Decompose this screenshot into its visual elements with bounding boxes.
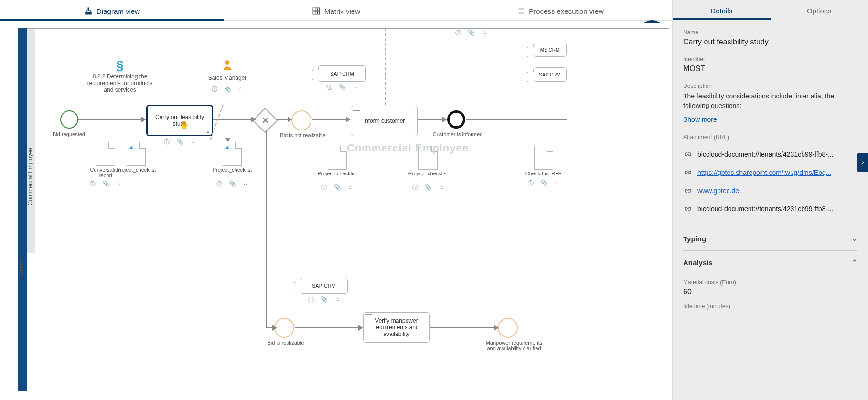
lane-bar: [27, 28, 35, 253]
regulation-artifact[interactable]: § 8.2.2 Determining the requirements for…: [86, 58, 153, 93]
attachment-icon[interactable]: 📎: [224, 86, 231, 94]
description-label: Description: [683, 83, 857, 89]
doc-label: Project_checklist: [211, 167, 254, 173]
tab-matrix-view[interactable]: Matrix view: [224, 0, 448, 20]
info-icon[interactable]: ⓘ: [164, 138, 170, 146]
person-icon: [204, 59, 251, 75]
pool-label: Sales: [18, 262, 25, 277]
task-label: Verify manpower requirements and availab…: [367, 317, 426, 337]
attachment-icon[interactable]: 📎: [321, 296, 328, 304]
doc-label: Project_checklist: [407, 171, 450, 176]
role-label: Sales Manager: [208, 75, 247, 81]
doc-conversation-report[interactable]: [96, 142, 115, 166]
org-icon[interactable]: ⛬: [482, 29, 487, 37]
svg-point-0: [225, 60, 230, 65]
panel-tab-details[interactable]: Details: [673, 0, 771, 20]
task-label: Inform customer: [364, 118, 405, 124]
info-icon[interactable]: ⓘ: [321, 184, 327, 192]
org-icon[interactable]: ⛬: [243, 180, 248, 188]
tab-label: Process execution view: [529, 7, 604, 15]
x-icon: ✕: [262, 115, 269, 126]
list-icon: [516, 7, 525, 15]
attachment-icon[interactable]: 📎: [339, 84, 346, 92]
info-icon[interactable]: ⓘ: [412, 184, 418, 192]
doc-label: Project_checklist: [115, 167, 158, 173]
link-icon: [683, 150, 692, 159]
doc-project-checklist-2[interactable]: [223, 142, 242, 166]
org-icon[interactable]: ⛬: [116, 180, 122, 188]
org-icon[interactable]: ⛬: [190, 138, 196, 146]
section-label: Analysis: [683, 259, 713, 267]
attachment-link[interactable]: https://gbtec.sharepoint.com/:w:/g/dms/E…: [697, 169, 831, 176]
show-more-link[interactable]: Show more: [683, 116, 857, 123]
doc-project-checklist-3[interactable]: [328, 146, 347, 170]
doc-label: Project_checklist: [316, 171, 359, 176]
details-panel: Details Options Name Carry out feasibili…: [672, 0, 868, 400]
org-icon[interactable]: ⛬: [353, 84, 358, 92]
chevron-up-icon: ⌃: [852, 259, 857, 266]
attachment-row: biccloud-document://tenants/4231cb99-ffb…: [683, 200, 857, 218]
event-label: Manpower requirements and availability c…: [481, 340, 547, 351]
event-label: Bid is realizable: [257, 340, 314, 346]
regulation-label: 8.2.2 Determining the requirements for p…: [87, 73, 153, 93]
info-icon[interactable]: ⓘ: [528, 179, 534, 187]
attachment-link[interactable]: www.gbtec.de: [697, 187, 739, 195]
bpmn-canvas[interactable]: Sales Commercial Employee § 8.2.2 Determ…: [3, 23, 669, 397]
system-sap-crm-3[interactable]: SAP CRM: [300, 278, 348, 294]
attachment-icon[interactable]: 📎: [229, 180, 236, 188]
attachment-row: biccloud-document://tenants/4231cb99-ffb…: [683, 145, 857, 163]
info-icon[interactable]: ⓘ: [216, 180, 222, 188]
role-sales-manager[interactable]: Sales Manager ⓘ📎⛬: [204, 59, 251, 81]
system-label: SAP CRM: [312, 283, 336, 289]
link-icon: [683, 186, 692, 195]
org-icon[interactable]: ⛬: [334, 296, 340, 304]
doc-project-checklist-1[interactable]: [127, 142, 146, 166]
task-inform-customer[interactable]: Inform customer: [351, 106, 418, 136]
gateway-exclusive[interactable]: ✕: [252, 108, 278, 133]
tab-diagram-view[interactable]: Diagram view: [0, 0, 224, 20]
attachment-icon[interactable]: 📎: [468, 29, 475, 37]
system-ms-crm[interactable]: MS CRM: [533, 43, 567, 57]
system-label: SAP CRM: [539, 72, 560, 77]
tab-execution-view[interactable]: Process execution view: [448, 0, 672, 20]
attachment-icon[interactable]: 📎: [425, 184, 432, 192]
lane-watermark: Commercial Employee: [347, 142, 469, 154]
link-icon: [683, 168, 692, 177]
section-typing[interactable]: Typing ⌄: [683, 227, 857, 250]
attachment-row[interactable]: www.gbtec.de: [683, 182, 857, 200]
grid-icon: [312, 7, 321, 15]
view-tabbar: Diagram view Matrix view Process executi…: [0, 0, 672, 21]
org-icon[interactable]: ⛬: [238, 86, 244, 94]
start-event[interactable]: [60, 110, 78, 129]
doc-checklist-rfp[interactable]: [534, 146, 553, 170]
tab-label: Matrix view: [324, 7, 360, 15]
info-icon[interactable]: ⓘ: [455, 29, 461, 37]
panel-tab-options[interactable]: Options: [771, 0, 868, 20]
org-icon[interactable]: ⛬: [348, 184, 354, 192]
chevron-right-icon: ›: [861, 158, 864, 167]
system-sap-crm[interactable]: SAP CRM: [318, 65, 366, 82]
identifier-label: Identifier: [683, 56, 857, 63]
info-icon[interactable]: ⓘ: [326, 84, 332, 92]
info-icon[interactable]: ⓘ: [212, 86, 217, 94]
attachment-icon[interactable]: 📎: [102, 180, 109, 188]
end-event[interactable]: [447, 110, 465, 129]
material-value: 60: [683, 288, 857, 296]
system-sap-crm-2[interactable]: SAP CRM: [533, 67, 567, 82]
attachment-row[interactable]: https://gbtec.sharepoint.com/:w:/g/dms/E…: [683, 163, 857, 182]
section-sign-icon: §: [86, 58, 153, 73]
attachment-icon[interactable]: 📎: [334, 184, 341, 192]
info-icon[interactable]: ⓘ: [90, 180, 96, 188]
task-feasibility-study[interactable]: Carry out feasibility study ✋ «: [146, 105, 213, 136]
org-icon[interactable]: ⛬: [439, 184, 444, 192]
section-analysis[interactable]: Analysis ⌃: [683, 250, 857, 274]
attachment-icon[interactable]: 📎: [176, 138, 183, 146]
org-icon[interactable]: ⛬: [554, 179, 560, 187]
section-label: Typing: [683, 235, 706, 243]
info-icon[interactable]: ⓘ: [308, 296, 314, 304]
attachment-text: biccloud-document://tenants/4231cb99-ffb…: [697, 151, 834, 158]
task-verify-manpower[interactable]: Verify manpower requirements and availab…: [363, 312, 430, 343]
collapse-panel-button[interactable]: ›: [857, 153, 868, 172]
start-label: Bid requested: [40, 131, 97, 137]
attachment-icon[interactable]: 📎: [540, 179, 547, 187]
